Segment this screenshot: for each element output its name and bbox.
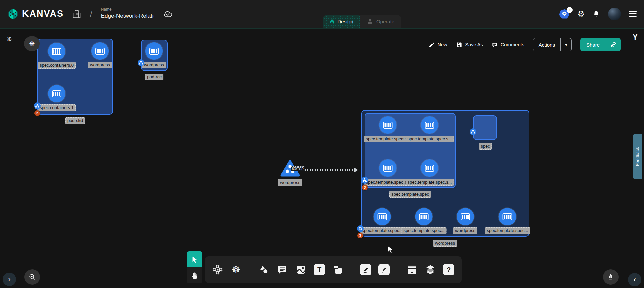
container-icon [421,116,438,134]
tab-operate[interactable]: Operate [360,15,401,28]
pod-relationship-badge[interactable] [361,177,368,184]
container-icon [457,208,474,225]
tab-design[interactable]: ❋ Design [323,15,360,28]
breadcrumb-separator: / [90,9,92,19]
expand-left-panel-button[interactable]: › [3,273,16,286]
pod-relationship-badge[interactable] [138,59,144,66]
mouse-cursor [387,246,395,255]
right-rail: Y Feedback ‹ [626,29,644,288]
container-node[interactable]: spec.template.spec... [360,208,405,234]
pod-relationship-badge[interactable] [470,128,476,135]
user-avatar[interactable] [608,8,621,20]
pan-tool[interactable] [187,267,202,283]
design-tab-icon: ❋ [330,19,334,24]
container-node[interactable]: spec.template.spec.s... [406,159,454,186]
layers-tool[interactable] [424,263,437,276]
container-node[interactable]: spec.template.spec... [485,208,530,234]
error-count-badge[interactable]: 3 [362,185,368,190]
spec-node[interactable] [473,115,497,140]
container-icon [91,42,109,60]
container-node[interactable]: wordpress [88,42,112,68]
node-label: spec.template.spec.s... [406,179,454,186]
help-tool[interactable]: ? [442,263,455,276]
kubernetes-context-button[interactable]: ☸ 1 [559,9,569,19]
cursor-icon [191,256,198,263]
new-button[interactable]: New [428,42,447,48]
chevron-right-icon: › [8,275,10,284]
container-node[interactable]: spec.template.spec.s... [406,116,454,142]
settings-gear-icon[interactable]: ⚙ [577,10,585,18]
container-node[interactable]: wordpress [142,42,166,68]
drawer-icon [406,264,418,275]
node-label: wordpress [88,62,112,68]
chevron-left-icon: ‹ [633,275,636,284]
hamburger-menu-icon[interactable] [629,11,637,17]
image-icon [295,264,307,275]
comment-tool[interactable] [276,263,289,276]
zoom-button[interactable] [24,269,40,285]
toolbar-divider [352,260,352,279]
save-as-button[interactable]: Save As [456,42,483,48]
image-tool[interactable] [294,263,308,276]
service-node[interactable]: wordpress [278,160,302,186]
design-canvas[interactable]: pod-skd spec.containers.0 wordpress spec… [19,29,626,288]
share-split-button[interactable]: Share [580,38,621,51]
kubernetes-wheel-icon: ☸ [232,265,241,275]
actions-split-button[interactable]: Actions ▾ [533,38,572,51]
chip-icon [212,264,223,275]
container-icon [48,85,65,102]
container-icon [379,116,397,134]
container-icon [48,43,65,60]
container-node[interactable]: spec.containers.0 [38,43,76,69]
container-node[interactable]: wordpress [453,208,477,234]
note-icon [332,264,343,275]
edge-port-label: 80/TCP [291,166,305,171]
node-label: spec.template.spec... [401,227,447,234]
notifications-bell-icon[interactable] [593,10,600,18]
actions-button-label[interactable]: Actions [533,38,560,51]
kubernetes-tool[interactable]: ☸ [229,263,243,276]
feedback-label: Feedback [635,147,640,166]
share-link-icon[interactable] [606,38,621,51]
error-count-badge[interactable]: 2 [34,110,40,116]
note-tool[interactable] [331,263,344,276]
select-tool[interactable] [187,251,202,267]
caret-down-icon[interactable]: ▾ [560,38,571,51]
pencil-icon [428,42,435,48]
container-node[interactable]: spec.template.spec... [401,208,447,234]
y-panel-icon[interactable]: Y [626,33,644,42]
pencil-tool[interactable] [377,263,391,276]
text-tool-icon: T [314,264,325,275]
pod-relationship-badge[interactable] [34,102,41,109]
container-node[interactable]: spec.containers.1 [38,85,76,111]
feedback-tab[interactable]: Feedback [633,134,642,179]
node-label: wordpress [142,62,166,68]
freehand-pencil-icon [378,264,390,275]
mode-tabs: ❋ Design Operate [323,15,401,28]
comments-button[interactable]: Comments [492,42,524,48]
shapes-icon [258,264,270,275]
shapes-tool[interactable] [257,263,271,276]
share-button-label[interactable]: Share [580,38,606,51]
text-tool[interactable]: T [313,263,326,276]
design-name-input[interactable] [101,12,154,21]
pen-nib-icon [607,273,614,281]
hand-icon [191,271,198,279]
pen-tool[interactable] [359,263,372,276]
comment-icon [492,42,498,48]
drawer-tool[interactable] [405,263,419,276]
pen-nib-button[interactable] [603,269,619,285]
node-label: spec.containers.1 [38,104,76,111]
brand[interactable]: KANVAS [7,8,64,20]
canvas-flower-button[interactable]: ❋ [24,36,40,51]
meshery-flower-icon[interactable]: ❋ [3,32,16,46]
container-icon [421,159,438,177]
collapse-right-panel-button[interactable]: ‹ [628,273,641,286]
component-tool[interactable] [211,263,224,276]
error-count-badge[interactable]: 3 [357,233,363,238]
organization-icon[interactable] [72,9,81,19]
group-label: spec.template.spec [389,191,431,198]
question-icon: ? [443,264,454,275]
deployment-relationship-badge[interactable] [357,225,364,232]
magnifier-plus-icon [29,273,36,281]
